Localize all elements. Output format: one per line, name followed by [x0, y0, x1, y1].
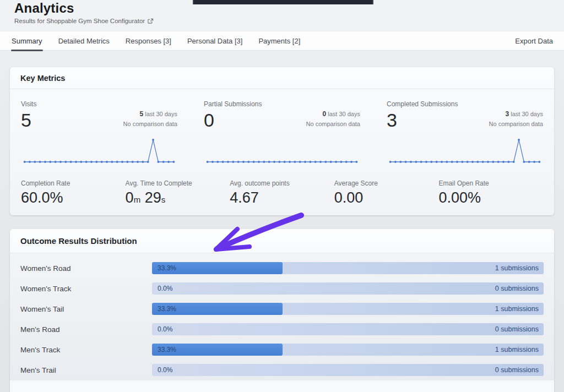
- outcome-label: Men's Road: [20, 325, 152, 334]
- bar-percent-label: 0.0%: [158, 366, 172, 374]
- counter-visits: Visits 5 5 last 30 days No comparison da…: [21, 100, 177, 168]
- distribution-row: Women's Track 0.0% 0 submissions: [20, 279, 544, 299]
- counter-label: Visits: [21, 100, 36, 108]
- bar-percent-label: 33.3%: [158, 346, 176, 353]
- stat-completion-rate: Completion Rate 60.0%: [21, 179, 126, 206]
- tab-personal-data[interactable]: Personal Data [3]: [187, 31, 243, 51]
- counter-period: 5 last 30 days No comparison data: [123, 100, 177, 129]
- main-content: Key Metrics Visits 5 5 last 30 days No c…: [0, 51, 564, 392]
- export-data-button[interactable]: Export Data: [515, 37, 553, 45]
- stat-label: Completion Rate: [21, 179, 126, 187]
- counter-period: 0 last 30 days No comparison data: [306, 100, 360, 129]
- key-metrics-title: Key Metrics: [10, 67, 554, 89]
- bar-percent-label: 0.0%: [158, 325, 172, 333]
- bar-submissions-label: 0 submissions: [495, 366, 539, 374]
- stat-avg-time-to-complete: Avg. Time to Complete 0m 29s: [126, 179, 230, 206]
- key-metrics-card: Key Metrics Visits 5 5 last 30 days No c…: [10, 67, 554, 215]
- counter-partial-submissions: Partial Submissions 0 0 last 30 days No …: [204, 100, 360, 168]
- partial-submissions-sparkline: [204, 134, 360, 168]
- stat-value: 0m 29s: [126, 190, 230, 206]
- bar-track: 33.3% 1 submissions: [152, 344, 544, 356]
- comparison-note: No comparison data: [306, 119, 360, 129]
- stat-label: Avg. outcome points: [230, 179, 334, 187]
- time-minutes-unit: m: [134, 195, 141, 204]
- period-suffix: last 30 days: [326, 111, 360, 117]
- bar-submissions-label: 0 submissions: [495, 285, 539, 292]
- tab-bar: Summary Detailed Metrics Responses [3] P…: [0, 31, 564, 51]
- stat-email-open-rate: Email Open Rate 0.00%: [438, 179, 543, 206]
- comparison-note: No comparison data: [123, 119, 177, 129]
- top-overlay-bar: [193, 0, 373, 4]
- time-minutes: 0: [126, 189, 134, 206]
- bar-track: 0.0% 0 submissions: [152, 282, 544, 295]
- counter-value: 5: [21, 110, 36, 131]
- period-suffix: last 30 days: [143, 111, 177, 117]
- stat-label: Average Score: [334, 179, 439, 187]
- counter-label: Completed Submissions: [387, 100, 458, 108]
- key-metrics-body: Visits 5 5 last 30 days No comparison da…: [10, 89, 554, 215]
- outcome-label: Women's Tail: [20, 305, 152, 313]
- outcome-label: Men's Trail: [20, 366, 152, 374]
- stat-value: 4.67: [230, 190, 334, 206]
- page-subtitle: Results for Shoppable Gym Shoe Configura…: [14, 18, 154, 24]
- time-seconds-unit: s: [161, 195, 166, 204]
- bar-track: 0.0% 0 submissions: [152, 323, 544, 335]
- stat-average-score: Average Score 0.00: [334, 179, 439, 206]
- stats-row: Completion Rate 60.0% Avg. Time to Compl…: [21, 179, 543, 206]
- stat-value: 0.00%: [438, 190, 543, 206]
- comparison-note: No comparison data: [489, 119, 543, 129]
- completed-submissions-sparkline: [387, 134, 543, 168]
- counter-value: 0: [204, 110, 262, 131]
- bar-track: 33.3% 1 submissions: [152, 303, 544, 315]
- outcome-label: Women's Road: [20, 264, 152, 273]
- outcome-label: Women's Track: [20, 285, 152, 293]
- time-seconds: 29: [145, 189, 161, 206]
- counter-period: 3 last 30 days No comparison data: [489, 100, 543, 129]
- stat-label: Avg. Time to Complete: [126, 179, 230, 187]
- stat-label: Email Open Rate: [438, 179, 543, 187]
- distribution-row: Men's Track 33.3% 1 submissions: [20, 340, 544, 360]
- tab-detailed-metrics[interactable]: Detailed Metrics: [58, 31, 110, 51]
- page-header: Analytics Results for Shoppable Gym Shoe…: [14, 1, 154, 24]
- stat-value: 60.0%: [21, 190, 126, 206]
- bar-percent-label: 33.3%: [158, 305, 176, 313]
- stat-value: 0.00: [334, 190, 439, 206]
- distribution-row: Men's Road 0.0% 0 submissions: [20, 319, 544, 340]
- distribution-row: Men's Trail 0.0% 0 submissions: [20, 360, 544, 380]
- tab-payments[interactable]: Payments [2]: [258, 31, 301, 51]
- external-link-icon[interactable]: [148, 18, 154, 24]
- bar-percent-label: 0.0%: [158, 285, 172, 292]
- outcome-distribution-card: Outcome Results Distribution Women's Roa…: [10, 229, 554, 392]
- outcome-distribution-body: Women's Road 33.3% 1 submissions Women's…: [10, 253, 554, 380]
- outcome-distribution-title: Outcome Results Distribution: [10, 229, 554, 253]
- bar-percent-label: 33.3%: [158, 264, 176, 272]
- tab-summary[interactable]: Summary: [11, 31, 43, 51]
- bar-submissions-label: 1 submissions: [495, 346, 539, 353]
- counters-row: Visits 5 5 last 30 days No comparison da…: [21, 100, 543, 168]
- bar-track: 33.3% 1 submissions: [152, 262, 544, 274]
- counter-label: Partial Submissions: [204, 100, 262, 108]
- page-title: Analytics: [14, 1, 154, 16]
- outcome-label: Men's Track: [20, 346, 152, 354]
- counter-value: 3: [387, 110, 458, 131]
- stat-avg-outcome-points: Avg. outcome points 4.67: [230, 179, 334, 206]
- bar-submissions-label: 0 submissions: [495, 325, 539, 333]
- counter-completed-submissions: Completed Submissions 3 3 last 30 days N…: [387, 100, 543, 168]
- period-suffix: last 30 days: [509, 111, 543, 117]
- page-subtitle-text[interactable]: Results for Shoppable Gym Shoe Configura…: [14, 18, 145, 24]
- bar-track: 0.0% 0 submissions: [152, 364, 544, 376]
- tab-responses[interactable]: Responses [3]: [125, 31, 172, 51]
- visits-sparkline: [21, 134, 177, 168]
- distribution-row: Women's Road 33.3% 1 submissions: [20, 258, 544, 279]
- bar-submissions-label: 1 submissions: [495, 305, 539, 313]
- bar-submissions-label: 1 submissions: [495, 264, 539, 272]
- distribution-row: Women's Tail 33.3% 1 submissions: [20, 299, 544, 319]
